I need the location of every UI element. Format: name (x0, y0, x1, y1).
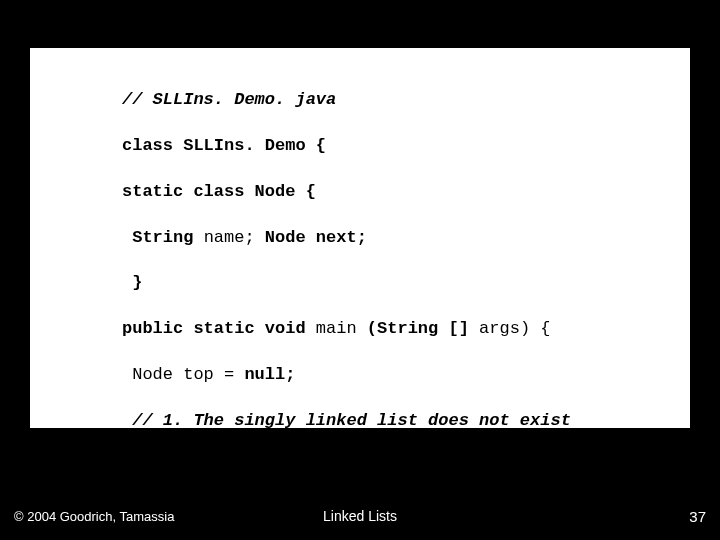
code-line: static class Node { (122, 182, 316, 201)
code-token: public static void (122, 319, 316, 338)
code-token: String (122, 228, 204, 247)
code-box: // SLLIns. Demo. java class SLLIns. Demo… (30, 48, 690, 428)
code-token: Node top = (122, 365, 244, 384)
code-comment: // 1. The singly linked list does not ex… (122, 411, 571, 430)
code-token: main (316, 319, 367, 338)
code-token: name; (204, 228, 265, 247)
code-line: } (122, 273, 142, 292)
slide: // SLLIns. Demo. java class SLLIns. Demo… (0, 0, 720, 540)
code-line: class SLLIns. Demo { (122, 136, 326, 155)
code-token: args) { (479, 319, 550, 338)
footer: © 2004 Goodrich, Tamassia Linked Lists 3… (14, 506, 706, 526)
code-comment: // SLLIns. Demo. java (122, 90, 336, 109)
slide-title: Linked Lists (323, 508, 397, 524)
page-number: 37 (689, 508, 706, 525)
copyright: © 2004 Goodrich, Tamassia (14, 509, 174, 524)
code-token: top = (122, 457, 183, 476)
code-token: new Node (); (183, 457, 305, 476)
code-block: // SLLIns. Demo. java class SLLIns. Demo… (122, 66, 670, 540)
code-token: null; (244, 365, 295, 384)
code-token: (String [] (367, 319, 479, 338)
code-token: Node next; (265, 228, 367, 247)
